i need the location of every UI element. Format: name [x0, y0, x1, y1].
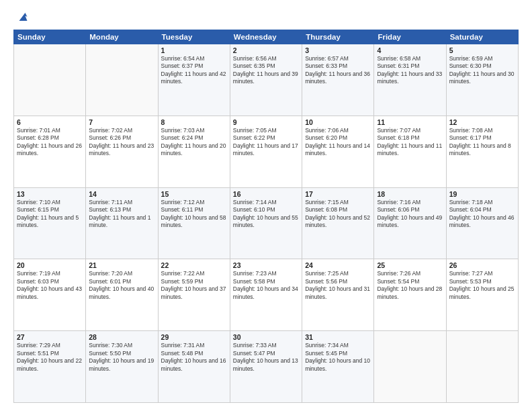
day-cell: 7Sunrise: 7:02 AM Sunset: 6:26 PM Daylig…	[86, 116, 158, 187]
day-number: 4	[377, 46, 443, 54]
day-info: Sunrise: 7:27 AM Sunset: 5:53 PM Dayligh…	[449, 270, 515, 301]
day-cell: 1Sunrise: 6:54 AM Sunset: 6:37 PM Daylig…	[158, 44, 230, 116]
day-cell: 11Sunrise: 7:07 AM Sunset: 6:18 PM Dayli…	[374, 116, 446, 187]
day-number: 14	[89, 190, 154, 198]
day-number: 25	[377, 261, 443, 269]
day-number: 12	[449, 118, 515, 126]
day-cell: 2Sunrise: 6:56 AM Sunset: 6:35 PM Daylig…	[230, 44, 302, 116]
day-info: Sunrise: 6:58 AM Sunset: 6:31 PM Dayligh…	[377, 55, 443, 86]
day-cell: 5Sunrise: 6:59 AM Sunset: 6:30 PM Daylig…	[446, 44, 518, 116]
day-cell: 9Sunrise: 7:05 AM Sunset: 6:22 PM Daylig…	[230, 116, 302, 187]
day-info: Sunrise: 7:30 AM Sunset: 5:50 PM Dayligh…	[89, 342, 154, 373]
weekday-header-wednesday: Wednesday	[230, 30, 302, 44]
page: SundayMondayTuesdayWednesdayThursdayFrid…	[0, 0, 532, 411]
day-number: 8	[161, 118, 227, 126]
day-info: Sunrise: 6:54 AM Sunset: 6:37 PM Dayligh…	[161, 55, 227, 86]
day-cell	[86, 44, 158, 116]
day-cell: 17Sunrise: 7:15 AM Sunset: 6:08 PM Dayli…	[302, 187, 374, 259]
week-row-4: 20Sunrise: 7:19 AM Sunset: 6:03 PM Dayli…	[14, 259, 519, 331]
day-cell: 21Sunrise: 7:20 AM Sunset: 6:01 PM Dayli…	[86, 259, 158, 331]
week-row-3: 13Sunrise: 7:10 AM Sunset: 6:15 PM Dayli…	[14, 187, 519, 259]
day-cell: 20Sunrise: 7:19 AM Sunset: 6:03 PM Dayli…	[14, 259, 86, 331]
day-number: 31	[305, 333, 371, 341]
day-info: Sunrise: 6:57 AM Sunset: 6:33 PM Dayligh…	[305, 55, 371, 86]
day-number: 26	[449, 261, 515, 269]
day-number: 21	[89, 261, 154, 269]
day-cell: 16Sunrise: 7:14 AM Sunset: 6:10 PM Dayli…	[230, 187, 302, 259]
day-number: 2	[233, 46, 299, 54]
day-info: Sunrise: 7:31 AM Sunset: 5:48 PM Dayligh…	[161, 342, 227, 373]
day-info: Sunrise: 7:19 AM Sunset: 6:03 PM Dayligh…	[17, 270, 83, 301]
day-number: 28	[89, 333, 154, 341]
weekday-header-tuesday: Tuesday	[158, 30, 230, 44]
day-number: 15	[161, 190, 227, 198]
day-cell: 3Sunrise: 6:57 AM Sunset: 6:33 PM Daylig…	[302, 44, 374, 116]
day-cell: 13Sunrise: 7:10 AM Sunset: 6:15 PM Dayli…	[14, 187, 86, 259]
day-cell: 28Sunrise: 7:30 AM Sunset: 5:50 PM Dayli…	[86, 331, 158, 403]
day-cell: 22Sunrise: 7:22 AM Sunset: 5:59 PM Dayli…	[158, 259, 230, 331]
day-number: 9	[233, 118, 299, 126]
day-cell: 18Sunrise: 7:16 AM Sunset: 6:06 PM Dayli…	[374, 187, 446, 259]
day-info: Sunrise: 6:59 AM Sunset: 6:30 PM Dayligh…	[449, 55, 515, 86]
logo	[13, 11, 28, 23]
day-info: Sunrise: 7:25 AM Sunset: 5:56 PM Dayligh…	[305, 270, 371, 301]
day-number: 18	[377, 190, 443, 198]
weekday-header-sunday: Sunday	[14, 30, 86, 44]
weekday-header-monday: Monday	[86, 30, 158, 44]
day-number: 16	[233, 190, 299, 198]
day-cell: 23Sunrise: 7:23 AM Sunset: 5:58 PM Dayli…	[230, 259, 302, 331]
day-cell: 30Sunrise: 7:33 AM Sunset: 5:47 PM Dayli…	[230, 331, 302, 403]
day-cell: 14Sunrise: 7:11 AM Sunset: 6:13 PM Dayli…	[86, 187, 158, 259]
day-info: Sunrise: 7:16 AM Sunset: 6:06 PM Dayligh…	[377, 199, 443, 230]
day-number: 30	[233, 333, 299, 341]
svg-marker-0	[19, 13, 28, 21]
day-number: 19	[449, 190, 515, 198]
day-number: 23	[233, 261, 299, 269]
day-info: Sunrise: 7:06 AM Sunset: 6:20 PM Dayligh…	[305, 127, 371, 158]
day-number: 29	[161, 333, 227, 341]
logo-text	[13, 11, 28, 23]
weekday-header-friday: Friday	[374, 30, 446, 44]
day-info: Sunrise: 7:05 AM Sunset: 6:22 PM Dayligh…	[233, 127, 299, 158]
day-cell: 27Sunrise: 7:29 AM Sunset: 5:51 PM Dayli…	[14, 331, 86, 403]
day-cell: 24Sunrise: 7:25 AM Sunset: 5:56 PM Dayli…	[302, 259, 374, 331]
day-cell: 19Sunrise: 7:18 AM Sunset: 6:04 PM Dayli…	[446, 187, 518, 259]
day-cell: 4Sunrise: 6:58 AM Sunset: 6:31 PM Daylig…	[374, 44, 446, 116]
day-number: 3	[305, 46, 371, 54]
weekday-header-row: SundayMondayTuesdayWednesdayThursdayFrid…	[14, 30, 519, 44]
day-cell: 31Sunrise: 7:34 AM Sunset: 5:45 PM Dayli…	[302, 331, 374, 403]
day-number: 13	[17, 190, 83, 198]
day-cell	[374, 331, 446, 403]
day-number: 1	[161, 46, 227, 54]
day-number: 24	[305, 261, 371, 269]
day-info: Sunrise: 7:12 AM Sunset: 6:11 PM Dayligh…	[161, 199, 227, 230]
calendar: SundayMondayTuesdayWednesdayThursdayFrid…	[13, 30, 519, 403]
day-info: Sunrise: 7:10 AM Sunset: 6:15 PM Dayligh…	[17, 199, 83, 230]
day-cell: 8Sunrise: 7:03 AM Sunset: 6:24 PM Daylig…	[158, 116, 230, 187]
week-row-1: 1Sunrise: 6:54 AM Sunset: 6:37 PM Daylig…	[14, 44, 519, 116]
day-info: Sunrise: 7:08 AM Sunset: 6:17 PM Dayligh…	[449, 127, 515, 158]
day-info: Sunrise: 7:18 AM Sunset: 6:04 PM Dayligh…	[449, 199, 515, 230]
day-info: Sunrise: 7:02 AM Sunset: 6:26 PM Dayligh…	[89, 127, 154, 158]
day-info: Sunrise: 7:03 AM Sunset: 6:24 PM Dayligh…	[161, 127, 227, 158]
day-info: Sunrise: 7:07 AM Sunset: 6:18 PM Dayligh…	[377, 127, 443, 158]
day-number: 5	[449, 46, 515, 54]
day-info: Sunrise: 7:33 AM Sunset: 5:47 PM Dayligh…	[233, 342, 299, 373]
day-info: Sunrise: 7:23 AM Sunset: 5:58 PM Dayligh…	[233, 270, 299, 301]
day-info: Sunrise: 7:34 AM Sunset: 5:45 PM Dayligh…	[305, 342, 371, 373]
day-cell: 29Sunrise: 7:31 AM Sunset: 5:48 PM Dayli…	[158, 331, 230, 403]
day-number: 20	[17, 261, 83, 269]
day-info: Sunrise: 7:14 AM Sunset: 6:10 PM Dayligh…	[233, 199, 299, 230]
day-number: 7	[89, 118, 154, 126]
day-info: Sunrise: 7:15 AM Sunset: 6:08 PM Dayligh…	[305, 199, 371, 230]
day-info: Sunrise: 7:29 AM Sunset: 5:51 PM Dayligh…	[17, 342, 83, 373]
week-row-2: 6Sunrise: 7:01 AM Sunset: 6:28 PM Daylig…	[14, 116, 519, 187]
day-cell: 25Sunrise: 7:26 AM Sunset: 5:54 PM Dayli…	[374, 259, 446, 331]
day-cell: 26Sunrise: 7:27 AM Sunset: 5:53 PM Dayli…	[446, 259, 518, 331]
header	[13, 11, 519, 23]
day-cell: 10Sunrise: 7:06 AM Sunset: 6:20 PM Dayli…	[302, 116, 374, 187]
weekday-header-saturday: Saturday	[446, 30, 518, 44]
day-number: 27	[17, 333, 83, 341]
day-number: 22	[161, 261, 227, 269]
day-number: 10	[305, 118, 371, 126]
